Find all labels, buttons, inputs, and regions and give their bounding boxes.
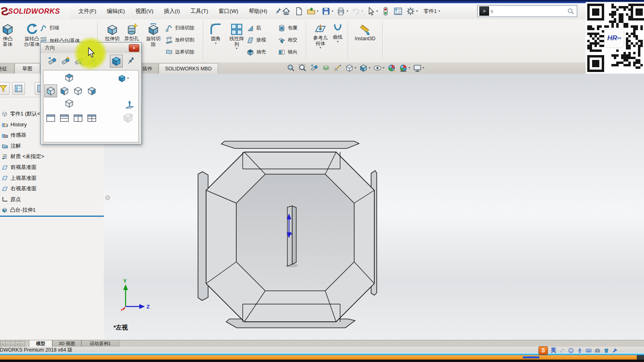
zoom-fit-button[interactable]	[287, 64, 295, 72]
mirror	[278, 48, 286, 56]
ribbon-sweep-boss-button[interactable]: 扫描	[39, 24, 59, 32]
dialog-view-selector-button[interactable]	[110, 55, 123, 68]
shell	[246, 48, 254, 56]
ribbon-rib-button[interactable]: 筋	[246, 24, 261, 32]
viewport-single-button[interactable]	[45, 113, 56, 123]
display-style-button[interactable]: ▾	[359, 64, 370, 72]
tree-item-2[interactable]: History	[2, 120, 27, 130]
search-value: s	[491, 8, 567, 14]
bottom-view-button[interactable]	[64, 98, 75, 109]
menu-item-2[interactable]: 编辑(E)	[101, 3, 130, 19]
tree-item-6[interactable]: 前视基准面	[2, 162, 37, 172]
back-view-button[interactable]	[86, 85, 97, 97]
tab-solidworks-mbd[interactable]: SOLIDWORKS MBD	[159, 63, 218, 74]
ribbon-loft-cut-button[interactable]: 放样切割	[165, 36, 194, 44]
ime-language-toggle[interactable]: 英	[551, 347, 556, 354]
display-pane-button[interactable]	[392, 6, 404, 17]
home-button[interactable]	[280, 6, 292, 17]
front-view-button[interactable]	[44, 84, 57, 97]
skin-button[interactable]	[603, 348, 609, 354]
zoom-fit-icon	[287, 64, 295, 72]
filter-button[interactable]	[0, 82, 10, 95]
edit-appearance-button[interactable]	[387, 64, 396, 72]
search-icon[interactable]	[567, 8, 574, 15]
wrench-button[interactable]	[612, 348, 618, 354]
keyboard-button[interactable]	[586, 348, 592, 354]
tab-特征[interactable]: 特征	[0, 64, 14, 74]
tree-item-8[interactable]: 右视基准面	[2, 184, 37, 193]
dialog-pin-button[interactable]	[126, 56, 136, 66]
history-icon	[2, 121, 8, 128]
tab-草图[interactable]: 草图	[14, 63, 40, 74]
document-tab-2[interactable]: 3D 视图	[52, 340, 81, 347]
zoom-area-button[interactable]	[298, 64, 307, 72]
ribbon-curves-button[interactable]: 曲线▾	[327, 23, 349, 43]
menu-item-6[interactable]: 窗口(W)	[213, 3, 244, 19]
tree-item-label: 原点	[10, 196, 21, 203]
close-icon[interactable]: ✕	[129, 44, 139, 52]
ribbon-sweep-cut-button[interactable]: 扫描切除	[165, 24, 194, 32]
section-view-button[interactable]	[322, 64, 330, 72]
normal-to-button[interactable]	[124, 99, 135, 111]
isometric-view-button[interactable]: ▾	[118, 73, 129, 84]
ribbon-intersect-button[interactable]: 相交	[278, 36, 297, 44]
menu-item-7[interactable]: 帮助(H)	[244, 3, 272, 19]
view-orientation-button[interactable]: ▾	[345, 64, 356, 72]
menu-item-3[interactable]: 视图(V)	[130, 3, 159, 19]
player-progress-bar[interactable]	[0, 355, 644, 360]
hide-show-items-icon	[373, 64, 382, 72]
sogou-logo[interactable]: S	[539, 346, 548, 355]
tree-item-5[interactable]: 材质 <未指定>	[2, 152, 44, 161]
ribbon-draft-button[interactable]: 拔模	[246, 36, 266, 44]
mic-button[interactable]	[577, 348, 583, 354]
view-settings-button[interactable]: ▾	[413, 64, 424, 72]
new-document-button[interactable]	[293, 6, 305, 17]
hide-show-items-button[interactable]: ▾	[373, 64, 384, 72]
tree-item-1[interactable]: 零件1 (默认<	[2, 109, 40, 119]
menu-item-4[interactable]: 插入(I)	[159, 3, 185, 19]
sketch-view-button[interactable]	[333, 64, 342, 72]
save-button[interactable]: ▾	[320, 6, 334, 17]
open-button[interactable]: ▾	[305, 6, 320, 17]
undo-button[interactable]: ▾	[350, 6, 364, 17]
toolbox-button[interactable]	[594, 348, 601, 354]
ribbon-shell-button[interactable]: 抽壳	[246, 48, 266, 56]
ribbon-revolve-cut-button[interactable]: 旋转切 除	[141, 23, 166, 47]
menu-item-1[interactable]: 文件(F)	[73, 3, 101, 19]
rollback-bar[interactable]	[0, 216, 104, 217]
top-view-button[interactable]	[64, 72, 75, 83]
print-button[interactable]: ▾	[335, 6, 349, 17]
ribbon-instant3d-button[interactable]: Instant3D	[349, 24, 381, 42]
graphics-viewport[interactable]: Y Z x *左视	[104, 74, 644, 340]
ribbon-boundary-cut-button[interactable]: 边界切除	[165, 48, 194, 56]
dialog-new-view-button[interactable]	[60, 56, 71, 66]
punctuation-button[interactable]: ,	[559, 348, 565, 354]
settings-button[interactable]: ▾	[405, 6, 419, 17]
right-view-button[interactable]	[72, 85, 84, 97]
dialog-previous-view-button[interactable]	[47, 56, 58, 66]
tree-item-7[interactable]: 上视基准面	[2, 173, 37, 183]
featuremanager-tree-button[interactable]	[12, 82, 25, 95]
search-input[interactable]: > s	[477, 5, 577, 17]
apply-scene-button[interactable]: ▾	[399, 64, 410, 72]
viewport-two-horizontal-button[interactable]	[59, 113, 70, 123]
document-tab-3[interactable]: 运动算例1	[81, 340, 119, 347]
options-lights-button[interactable]	[380, 6, 392, 17]
ribbon-wrap-button[interactable]: 包覆	[278, 24, 297, 32]
tree-item-10[interactable]: 凸台-拉伸1	[2, 205, 36, 215]
ribbon-linear-pattern-button[interactable]: 线性阵 列▾	[224, 23, 250, 50]
tree-item-9[interactable]: 原点	[2, 195, 21, 204]
menu-item-5[interactable]: 工具(T)	[185, 3, 213, 19]
viewport-four-button[interactable]	[86, 113, 97, 123]
tree-item-4[interactable]: A注解	[2, 141, 21, 151]
tree-item-3[interactable]: 传感器	[2, 130, 26, 140]
emoji-button[interactable]	[568, 348, 574, 354]
viewport-two-vertical-button[interactable]	[72, 113, 84, 123]
ribbon-mirror-button[interactable]: 镜向	[278, 48, 297, 56]
panel-splitter-handle[interactable]	[105, 195, 110, 200]
select-button[interactable]: ▾	[365, 6, 379, 17]
document-tab-1[interactable]: 模型	[29, 340, 52, 347]
active-document-selector[interactable]: 零件1▾	[423, 8, 440, 15]
left-view-button[interactable]	[59, 85, 70, 97]
previous-view-button[interactable]	[310, 64, 319, 72]
